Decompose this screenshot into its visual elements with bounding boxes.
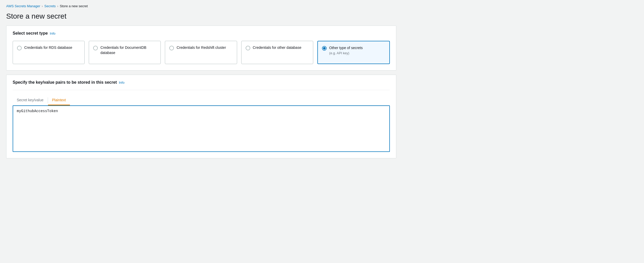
radio-other-db [246, 46, 250, 50]
secret-type-documentdb-label: Credentials for DocumentDB database [100, 45, 156, 55]
secret-type-section-header: Select secret type Info [13, 31, 390, 36]
breadcrumb-sep-2: › [57, 4, 58, 8]
secret-type-options: Credentials for RDS database Credentials… [13, 41, 390, 64]
radio-other-inner [323, 47, 326, 50]
secret-type-other-db-label: Credentials for other database [253, 45, 301, 50]
radio-documentdb [93, 46, 98, 50]
radio-redshift [169, 46, 174, 50]
tab-secret-key-value[interactable]: Secret key/value [13, 95, 48, 105]
secret-type-redshift[interactable]: Credentials for Redshift cluster [165, 41, 237, 64]
secret-type-info-link[interactable]: Info [50, 32, 55, 35]
breadcrumb-aws-secrets-manager[interactable]: AWS Secrets Manager [6, 4, 40, 8]
secret-type-header-label: Select secret type [13, 31, 48, 36]
breadcrumb: AWS Secrets Manager › Secrets › Store a … [6, 4, 396, 8]
breadcrumb-current: Store a new secret [60, 4, 88, 8]
page-container: AWS Secrets Manager › Secrets › Store a … [0, 0, 403, 169]
secret-type-documentdb[interactable]: Credentials for DocumentDB database [89, 41, 161, 64]
page-title: Store a new secret [6, 12, 396, 20]
plaintext-wrapper: myGithubAccessToken [13, 105, 390, 152]
radio-rds [17, 46, 22, 50]
secret-type-rds-label: Credentials for RDS database [24, 45, 72, 50]
secret-type-rds[interactable]: Credentials for RDS database [13, 41, 85, 64]
kv-section-card: Specify the key/value pairs to be stored… [6, 75, 396, 158]
radio-other [322, 46, 327, 51]
secret-type-card: Select secret type Info Credentials for … [6, 26, 396, 71]
secret-type-other-db[interactable]: Credentials for other database [241, 41, 313, 64]
breadcrumb-secrets[interactable]: Secrets [44, 4, 56, 8]
tab-plaintext[interactable]: Plaintext [48, 95, 70, 105]
kv-divider [13, 90, 390, 90]
plaintext-content[interactable]: myGithubAccessToken [17, 109, 386, 113]
secret-type-other[interactable]: Other type of secrets (e.g. API key) [317, 41, 390, 64]
kv-info-link[interactable]: Info [119, 81, 125, 84]
tabs-row: Secret key/value Plaintext [13, 95, 390, 105]
kv-header-label: Specify the key/value pairs to be stored… [13, 80, 117, 85]
kv-section-header: Specify the key/value pairs to be stored… [13, 80, 390, 85]
breadcrumb-sep-1: › [42, 4, 43, 8]
secret-type-other-label: Other type of secrets (e.g. API key) [329, 45, 363, 55]
secret-type-redshift-label: Credentials for Redshift cluster [176, 45, 226, 50]
